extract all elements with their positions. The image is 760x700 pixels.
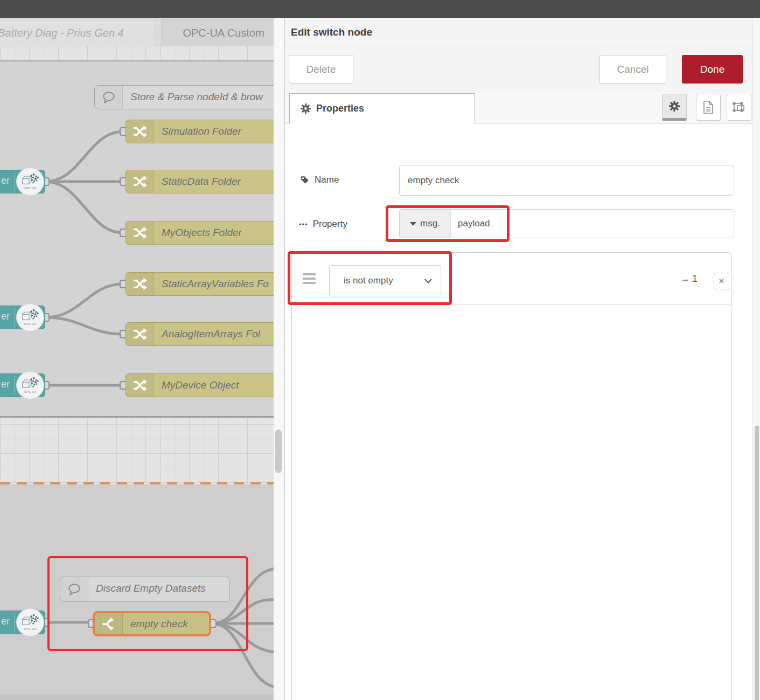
tray-scrollbar-thumb[interactable] xyxy=(755,426,759,700)
switch-node-staticarray[interactable]: StaticArrayVariables Fo xyxy=(125,272,274,296)
shuffle-icon xyxy=(126,323,154,345)
opcua-logo-icon: OPC UA xyxy=(16,608,44,636)
name-input[interactable]: empty check xyxy=(399,165,734,196)
shuffle-icon xyxy=(126,273,154,295)
shuffle-icon xyxy=(126,374,154,397)
svg-text:OPC UA: OPC UA xyxy=(24,390,37,393)
properties-form: Name empty check ••• Property msg. paylo… xyxy=(285,123,752,700)
cancel-button[interactable]: Cancel xyxy=(599,55,666,84)
property-field-label: ••• Property xyxy=(299,219,347,230)
annotation-box-rule xyxy=(288,251,452,305)
gear-icon xyxy=(669,101,680,112)
rules-container: is not empty → 1 × xyxy=(291,252,731,700)
shuffle-icon xyxy=(126,221,154,244)
properties-view-button[interactable] xyxy=(662,94,687,121)
dialog-title: Edit switch node xyxy=(285,18,752,46)
shuffle-icon xyxy=(126,120,154,143)
app-header-bar xyxy=(0,0,760,18)
annotation-box-property xyxy=(386,205,510,242)
appearance-view-button[interactable] xyxy=(727,94,751,121)
tag-icon xyxy=(300,175,310,185)
description-view-button[interactable] xyxy=(696,94,721,121)
dialog-button-row: Delete Cancel Done xyxy=(285,46,752,92)
opcua-logo-icon: OPC UA xyxy=(16,168,44,196)
name-field-label: Name xyxy=(300,175,339,185)
rule-output-label: → 1 xyxy=(680,253,698,305)
node-red-editor: Battery Diag - Prius Gen 4 OPC-UA Custom xyxy=(0,0,760,700)
gear-icon xyxy=(301,103,311,114)
appearance-frame-icon xyxy=(732,100,746,114)
switch-node-analogitem[interactable]: AnalogItemArrays Fol xyxy=(125,322,274,346)
annotation-box-flow xyxy=(47,556,248,651)
switch-node-myobjects[interactable]: MyObjects Folder xyxy=(125,221,274,245)
edit-tray: Edit switch node Delete Cancel Done xyxy=(284,18,752,700)
delete-button[interactable]: Delete xyxy=(289,55,353,84)
svg-text:OPC UA: OPC UA xyxy=(24,186,37,190)
canvas-scrollbar-thumb[interactable] xyxy=(275,429,282,473)
svg-text:OPC UA: OPC UA xyxy=(24,322,37,325)
tray-scrollbar-track xyxy=(752,18,760,700)
flow-canvas[interactable]: Store & Parse nodeId & brow Simulation F… xyxy=(0,46,274,700)
ellipsis-icon: ••• xyxy=(299,220,308,228)
tab-opcua-custom[interactable]: OPC-UA Custom xyxy=(162,19,274,46)
comment-bubble-icon xyxy=(95,86,123,109)
switch-node-simulation[interactable]: Simulation Folder xyxy=(125,120,274,143)
tab-properties[interactable]: Properties xyxy=(289,93,475,124)
opcua-logo-icon: OPC UA xyxy=(16,371,44,399)
tab-battery-diag[interactable]: Battery Diag - Prius Gen 4 xyxy=(0,19,155,46)
done-button[interactable]: Done xyxy=(682,55,743,84)
svg-text:OPC UA: OPC UA xyxy=(24,627,37,630)
remove-rule-button[interactable]: × xyxy=(714,273,729,289)
switch-node-mydevice[interactable]: MyDevice Object xyxy=(125,373,274,397)
flow-workspace: Battery Diag - Prius Gen 4 OPC-UA Custom xyxy=(0,18,274,700)
shuffle-icon xyxy=(126,170,154,193)
switch-node-staticdata[interactable]: StaticData Folder xyxy=(125,170,274,193)
canvas-scrollbar-track xyxy=(274,18,284,700)
editor-tabstrip: Properties xyxy=(285,92,752,123)
opcua-logo-icon: OPC UA xyxy=(16,303,44,331)
document-icon xyxy=(702,100,715,114)
flow-tabbar: Battery Diag - Prius Gen 4 OPC-UA Custom xyxy=(0,18,274,46)
comment-node-store-parse[interactable]: Store & Parse nodeId & brow xyxy=(94,85,274,109)
